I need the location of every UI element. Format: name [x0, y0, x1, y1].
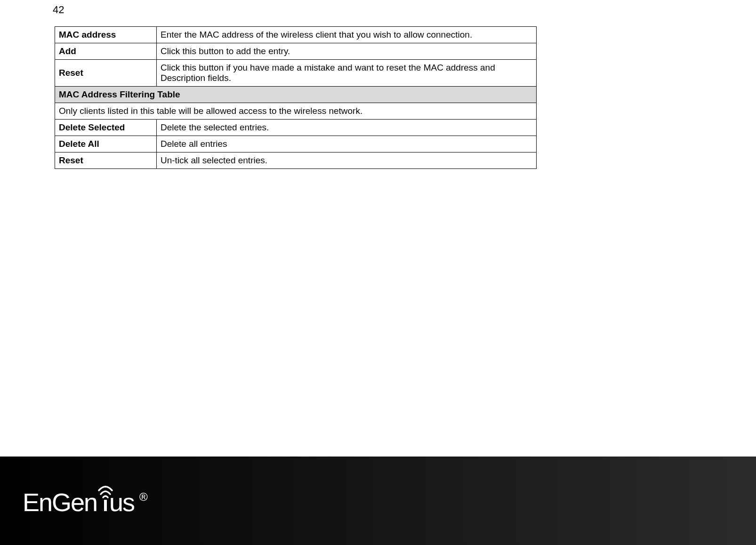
- svg-rect-1: [104, 500, 107, 511]
- row-desc: Delete the selected entries.: [157, 120, 537, 136]
- row-label: Add: [55, 43, 157, 60]
- row-label: Delete Selected: [55, 120, 157, 136]
- row-desc: Click this button to add the entry.: [157, 43, 537, 60]
- svg-text:EnGen: EnGen: [23, 488, 97, 516]
- table-row: Reset Click this button if you have made…: [55, 60, 537, 87]
- mac-filter-table: MAC address Enter the MAC address of the…: [55, 26, 537, 169]
- footer-bar: EnGen us ®: [0, 457, 756, 545]
- row-desc: Click this button if you have made a mis…: [157, 60, 537, 87]
- table-row: MAC address Enter the MAC address of the…: [55, 27, 537, 43]
- row-desc: Un-tick all selected entries.: [157, 152, 537, 169]
- row-label: Reset: [55, 60, 157, 87]
- row-label: Delete All: [55, 136, 157, 152]
- svg-text:us: us: [109, 488, 135, 516]
- row-desc: Delete all entries: [157, 136, 537, 152]
- section-header-row: MAC Address Filtering Table: [55, 87, 537, 103]
- row-label: MAC address: [55, 27, 157, 43]
- row-label: Reset: [55, 152, 157, 169]
- table-row: Add Click this button to add the entry.: [55, 43, 537, 60]
- logo-icon: EnGen us ®: [23, 482, 159, 520]
- section-note: Only clients listed in this table will b…: [55, 103, 537, 120]
- section-header: MAC Address Filtering Table: [55, 87, 537, 103]
- row-desc: Enter the MAC address of the wireless cl…: [157, 27, 537, 43]
- section-note-row: Only clients listed in this table will b…: [55, 103, 537, 120]
- table-row: Delete All Delete all entries: [55, 136, 537, 152]
- table-row: Delete Selected Delete the selected entr…: [55, 120, 537, 136]
- table-row: Reset Un-tick all selected entries.: [55, 152, 537, 169]
- engenius-logo: EnGen us ®: [23, 482, 159, 520]
- page-number: 42: [53, 4, 64, 16]
- svg-text:®: ®: [139, 490, 148, 503]
